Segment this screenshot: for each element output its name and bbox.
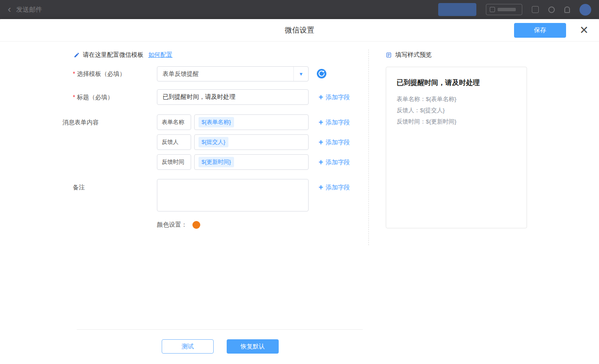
variable-tag[interactable]: ${更新时间} [199,157,234,167]
plus-icon: + [319,93,323,101]
wechat-settings-modal: 微信设置 保存 ✕ 请在这里配置微信模板 如何配置 *选择模板（必填） 表单反馈… [0,19,599,364]
save-button[interactable]: 保存 [514,23,566,38]
close-icon[interactable]: ✕ [579,24,589,36]
script-label-placeholder [498,8,516,11]
preview-header: 填写样式预览 [386,51,432,59]
add-field-content-button[interactable]: + 添加字段 [319,118,350,127]
script-icon [490,7,495,12]
preview-card: 已到提醒时间，请及时处理 表单名称：${表单名称} 反馈人：${提交人} 反馈时… [386,67,527,228]
topbar: ‹ 发送邮件 [0,0,599,19]
content-key-input[interactable] [157,154,191,170]
content-label: 消息表单内容 [62,118,99,127]
modal-header: 微信设置 保存 ✕ [0,19,599,42]
back-chevron-icon[interactable]: ‹ [8,5,11,14]
form-preview-icon [386,52,392,58]
remark-textarea[interactable] [157,179,309,211]
content-row: ${更新时间} [157,154,309,170]
content-value-input[interactable]: ${提交人} [194,134,309,150]
required-mark: * [73,70,75,77]
plus-icon: + [319,183,323,191]
content-key-input[interactable] [157,114,191,130]
add-field-content-button[interactable]: + 添加字段 [319,138,350,146]
avatar[interactable] [579,4,591,16]
preview-line: 反馈时间：${更新时间} [397,116,516,127]
variable-tag[interactable]: ${表单名称} [199,117,234,127]
title-label: *标题（必填） [73,93,113,101]
topbar-script-button[interactable] [486,4,522,15]
bell-icon[interactable] [564,6,570,13]
topbar-left: ‹ 发送邮件 [8,5,42,14]
chevron-down-icon[interactable]: ▾ [293,67,308,81]
plus-icon: + [319,158,323,166]
content-key-input[interactable] [157,134,191,150]
preview-line: 反馈人：${提交人} [397,105,516,116]
how-to-configure-link[interactable]: 如何配置 [148,51,173,59]
modal-title: 微信设置 [0,19,599,42]
help-icon[interactable] [548,6,555,13]
content-value-input[interactable]: ${更新时间} [194,154,309,170]
template-select[interactable]: 表单反馈提醒 ▾ [157,66,309,81]
topbar-right [438,3,591,16]
content-row: ${提交人} [157,134,309,150]
remark-label: 备注 [73,183,85,192]
refresh-icon[interactable] [316,68,327,79]
restore-default-button[interactable]: 恢复默认 [227,339,279,354]
pencil-icon [74,52,80,58]
color-label: 颜色设置： [157,221,187,229]
topbar-primary-button[interactable] [438,3,476,16]
color-swatch[interactable] [192,221,200,229]
preview-card-title: 已到提醒时间，请及时处理 [397,78,516,88]
template-label: *选择模板（必填） [73,69,125,78]
footer-divider [77,329,363,330]
color-setting-row: 颜色设置： [157,221,200,229]
variable-tag[interactable]: ${提交人} [199,137,228,147]
add-field-remark-button[interactable]: + 添加字段 [319,183,350,192]
preview-line: 表单名称：${表单名称} [397,94,516,105]
template-select-value: 表单反馈提醒 [157,70,293,78]
config-hint-row: 请在这里配置微信模板 如何配置 [74,51,173,59]
plus-icon: + [319,118,323,126]
title-input[interactable] [157,89,309,105]
content-row: ${表单名称} [157,114,309,130]
add-field-content-button[interactable]: + 添加字段 [319,158,350,166]
required-mark: * [73,94,75,101]
vertical-divider [368,49,369,245]
plus-icon: + [319,138,323,146]
page-title: 发送邮件 [16,6,42,14]
test-button[interactable]: 测试 [162,339,214,354]
grid-icon[interactable] [532,6,539,13]
config-hint-text: 请在这里配置微信模板 [83,51,143,59]
content-value-input[interactable]: ${表单名称} [194,114,309,130]
add-field-title-button[interactable]: + 添加字段 [319,93,350,101]
